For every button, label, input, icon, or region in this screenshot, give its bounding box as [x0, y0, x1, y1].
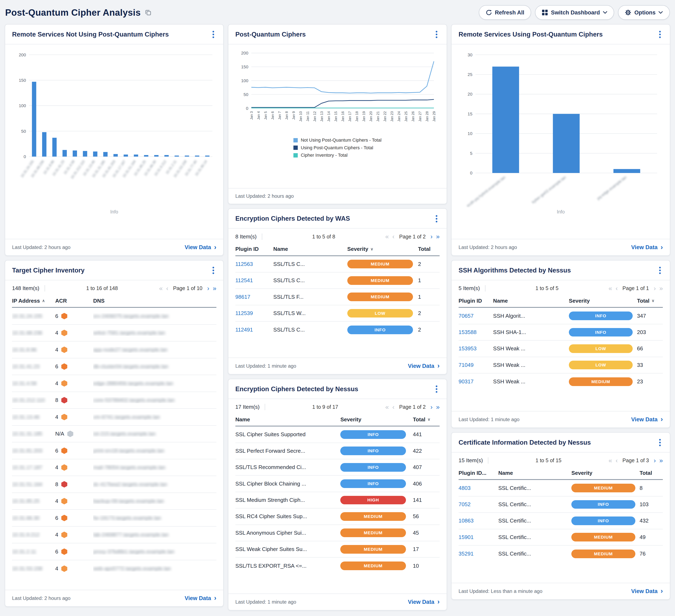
column-header-name[interactable]: Name [498, 470, 571, 476]
panel-menu-icon[interactable] [434, 30, 440, 39]
table-row[interactable]: 10.31.68.2364wrkst-7581.targets.example.… [12, 325, 216, 342]
table-row[interactable]: 10.31.17.1874mail-78054.targets.example.… [12, 459, 216, 476]
last-page-button[interactable]: » [659, 457, 663, 464]
plugin-id-link[interactable]: 15901 [459, 534, 474, 540]
legend-item[interactable]: Cipher Inventory - Total [293, 153, 382, 158]
view-data-link[interactable]: View Data › [184, 244, 216, 251]
plugin-id-link[interactable]: 7052 [459, 501, 470, 508]
table-row[interactable]: SSL/TLS EXPORT_RSA <=...MEDIUM10 [235, 557, 440, 574]
table-row[interactable]: SSL RC4 Cipher Suites Sup...MEDIUM56 [235, 509, 440, 525]
next-page-button[interactable]: › [431, 404, 433, 410]
column-header-ip-address[interactable]: IP Address∧ [12, 298, 55, 304]
legend-item[interactable]: Using Post-Quantum Ciphers - Total [293, 145, 382, 151]
table-row[interactable]: 4803SSL Certific...MEDIUM8 [459, 480, 663, 496]
column-header-name[interactable]: Name [235, 416, 341, 423]
previous-page-button[interactable]: ‹ [392, 233, 394, 240]
plugin-id-link[interactable]: 70657 [459, 313, 474, 319]
table-row[interactable]: 10.31.31.185N/Aiot-215.targets.example.l… [12, 426, 216, 443]
plugin-id-link[interactable]: 98617 [235, 294, 250, 300]
column-header-acr[interactable]: ACR [55, 298, 93, 304]
first-page-button[interactable]: « [385, 233, 389, 240]
plugin-id-link[interactable]: 4803 [459, 485, 470, 491]
panel-menu-icon[interactable] [210, 266, 216, 275]
table-row[interactable]: 112541SSL/TLS C...MEDIUM1 [235, 273, 440, 289]
table-row[interactable]: SSL Cipher Block Chaining ...INFO406 [235, 476, 440, 492]
column-header-name[interactable]: Name [493, 298, 569, 304]
first-page-button[interactable]: « [385, 404, 389, 410]
panel-menu-icon[interactable] [434, 214, 440, 224]
plugin-id-link[interactable]: 90317 [459, 378, 474, 385]
table-row[interactable]: SSL Perfect Forward Secre...INFO422 [235, 443, 440, 459]
panel-menu-icon[interactable] [657, 438, 663, 447]
refresh-all-button[interactable]: Refresh All [479, 5, 531, 20]
table-row[interactable]: SSL/TLS Recommended Ci...INFO407 [235, 459, 440, 476]
next-page-button[interactable]: › [207, 285, 209, 292]
last-page-button[interactable]: » [659, 285, 663, 292]
column-header-total[interactable]: Total [640, 470, 663, 476]
last-page-button[interactable]: » [213, 285, 216, 292]
table-row[interactable]: 10.31.81.2036print-srv18.targets.example… [12, 442, 216, 459]
table-row[interactable]: 10.31.66.306fw-19173.targets.example.lan [12, 510, 216, 527]
plugin-id-link[interactable]: 35291 [459, 551, 474, 557]
column-header-total[interactable]: Total∨ [413, 416, 440, 423]
view-data-link[interactable]: View Data › [408, 363, 440, 369]
table-row[interactable]: SSL Weak Cipher Suites Su...MEDIUM17 [235, 541, 440, 557]
column-header-plugin-id[interactable]: Plugin ID [235, 246, 274, 252]
table-row[interactable]: 112539SSL/TLS W...LOW2 [235, 305, 440, 322]
table-row[interactable]: SSL Cipher Suites SupportedINFO441 [235, 427, 440, 443]
next-page-button[interactable]: › [654, 457, 656, 464]
view-data-link[interactable]: View Data › [184, 595, 216, 602]
panel-menu-icon[interactable] [210, 30, 216, 39]
column-header-name[interactable]: Name [274, 246, 347, 252]
table-row[interactable]: SSL Medium Strength Ciph...HIGH141 [235, 492, 440, 509]
panel-menu-icon[interactable] [434, 384, 440, 394]
next-page-button[interactable]: › [431, 233, 433, 240]
table-row[interactable]: 112563SSL/TLS C...MEDIUM2 [235, 256, 440, 273]
switch-dashboard-button[interactable]: Switch Dashboard [535, 5, 614, 20]
column-header-dns[interactable]: DNS [93, 298, 216, 304]
table-row[interactable]: 98617SSL/TLS F...MEDIUM1 [235, 289, 440, 305]
table-row[interactable]: SSL Anonymous Cipher Sui...MEDIUM45 [235, 525, 440, 541]
table-row[interactable]: 112491SSL/TLS C...INFO2 [235, 322, 440, 338]
table-row[interactable]: 10.31.9.2124lab-2469877.targets.example.… [12, 527, 216, 544]
column-header-total[interactable]: Total [418, 246, 440, 252]
table-row[interactable]: 10.31.53.1584web-aps5772.targets.example… [12, 560, 216, 577]
copy-icon[interactable] [144, 8, 152, 17]
table-row[interactable]: 153953SSH Weak ...LOW66 [459, 340, 663, 357]
plugin-id-link[interactable]: 112491 [235, 326, 253, 333]
last-page-button[interactable]: » [436, 404, 440, 410]
table-row[interactable]: 10.31.41.236db-cluster04.targets.example… [12, 358, 216, 375]
table-row[interactable]: 71049SSH Weak ...LOW33 [459, 357, 663, 373]
column-header-total[interactable]: Total∨ [637, 298, 663, 304]
column-header-severity[interactable]: Severity [340, 416, 413, 423]
plugin-id-link[interactable]: 10863 [459, 518, 474, 524]
table-row[interactable]: 10.31.24.1556srv-2406075.targets.example… [12, 308, 216, 325]
plugin-id-link[interactable]: 112541 [235, 277, 253, 284]
table-row[interactable]: 15901SSL Certific...MEDIUM49 [459, 529, 663, 546]
table-row[interactable]: 35291SSL Certific...MEDIUM76 [459, 546, 663, 562]
view-data-link[interactable]: View Data › [408, 599, 440, 605]
plugin-id-link[interactable]: 153953 [459, 345, 476, 352]
table-row[interactable]: 10.31.2.116proxy-37bd6b1.targets.example… [12, 543, 216, 560]
panel-menu-icon[interactable] [657, 30, 663, 39]
previous-page-button[interactable]: ‹ [615, 285, 618, 292]
last-page-button[interactable]: » [436, 233, 440, 240]
column-header-severity[interactable]: Severity∨ [347, 246, 418, 252]
legend-item[interactable]: Not Using Post-Quantum Ciphers - Total [293, 138, 382, 143]
previous-page-button[interactable]: ‹ [392, 404, 394, 410]
view-data-link[interactable]: View Data › [631, 244, 663, 251]
plugin-id-link[interactable]: 112563 [235, 261, 253, 267]
table-row[interactable]: 10.31.212.1108core-53789402.targets.exam… [12, 392, 216, 409]
column-header-severity[interactable]: Severity [569, 298, 637, 304]
panel-menu-icon[interactable] [657, 266, 663, 275]
table-row[interactable]: 10863SSL Certific...INFO432 [459, 513, 663, 529]
plugin-id-link[interactable]: 153588 [459, 329, 476, 335]
table-row[interactable]: 90317SSH Weak ...MEDIUM23 [459, 373, 663, 390]
table-row[interactable]: 10.31.85.254backup-09.targets.example.la… [12, 493, 216, 510]
first-page-button[interactable]: « [608, 285, 612, 292]
table-row[interactable]: 7052SSL Certific...INFO103 [459, 496, 663, 513]
table-row[interactable]: 10.31.51.1648dc-417bea2.targets.example.… [12, 476, 216, 493]
table-row[interactable]: 10.31.13.464vm-6741.targets.example.lan [12, 409, 216, 426]
column-header-severity[interactable]: Severity [571, 470, 640, 476]
column-header-plugin-id[interactable]: Plugin ID... [459, 470, 498, 476]
